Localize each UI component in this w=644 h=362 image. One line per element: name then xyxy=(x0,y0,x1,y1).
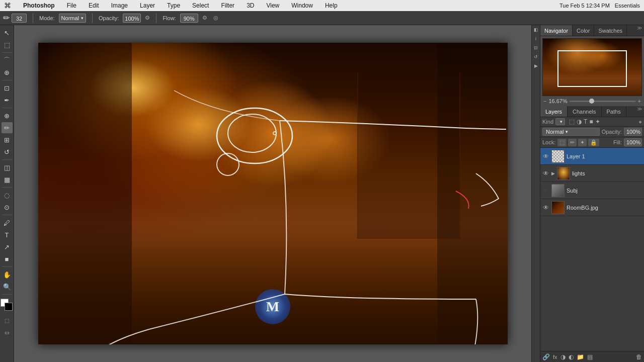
menu-photoshop[interactable]: Photoshop xyxy=(21,2,57,9)
layer-name-layer1[interactable]: Layer 1 xyxy=(567,153,642,159)
tool-pen[interactable]: 🖊 xyxy=(2,217,13,228)
color-swatch-area[interactable] xyxy=(1,299,14,312)
layer-eye-subj[interactable]: 👁 xyxy=(542,187,549,194)
strip-adjust-btn[interactable]: ◧ xyxy=(532,27,539,34)
filter-toggle[interactable]: ● xyxy=(638,119,642,125)
mode-dropdown[interactable]: Normal xyxy=(59,14,86,23)
tool-select-rect[interactable]: ⬚ xyxy=(2,39,13,50)
layer-row-layer1[interactable]: 👁 Layer 1 xyxy=(540,148,644,165)
add-mask-btn[interactable]: ◑ xyxy=(560,353,566,360)
tool-eyedropper[interactable]: ✒ xyxy=(2,95,13,106)
menu-3d[interactable]: 3D xyxy=(245,2,256,9)
lock-all-btn[interactable]: 🔒 xyxy=(588,139,599,146)
filter-type-dropdown[interactable] xyxy=(555,118,565,125)
tool-dodge[interactable]: ⊙ xyxy=(2,202,13,213)
menu-type[interactable]: Type xyxy=(165,2,182,9)
panel-collapse-btn[interactable]: ≫ xyxy=(635,25,644,36)
layer-name-lights[interactable]: lights xyxy=(572,170,642,176)
strip-layer-comp-btn[interactable]: ⊟ xyxy=(532,45,539,52)
apple-menu[interactable]: ⌘ xyxy=(4,2,11,10)
tool-shape[interactable]: ■ xyxy=(2,253,13,264)
tool-move[interactable]: ↖ xyxy=(2,27,13,38)
strip-info-btn[interactable]: i xyxy=(532,36,539,43)
tool-heal[interactable]: ⊕ xyxy=(2,110,13,121)
menu-view[interactable]: View xyxy=(264,2,281,9)
zoom-out-btn[interactable]: − xyxy=(543,98,546,104)
filter-adj-icon[interactable]: ◑ xyxy=(577,118,582,125)
lock-transparent-btn[interactable]: ⬚ xyxy=(557,139,567,146)
layer-mode-dropdown[interactable]: Normal xyxy=(542,128,600,136)
layer-eye-roombg[interactable]: 👁 xyxy=(542,204,549,211)
layer-row-roombg[interactable]: 👁 RoomBG.jpg xyxy=(540,199,644,216)
menu-help[interactable]: Help xyxy=(323,2,340,9)
menu-image[interactable]: Image xyxy=(109,2,130,9)
add-adjustment-btn[interactable]: ◐ xyxy=(569,353,574,360)
airbrush-icon[interactable]: ◎ xyxy=(213,15,218,21)
lock-position-btn[interactable]: ✦ xyxy=(578,139,587,146)
tab-paths[interactable]: Paths xyxy=(602,106,626,117)
filter-type-icon[interactable]: T xyxy=(584,118,587,125)
filter-sm-icon[interactable]: ✦ xyxy=(595,118,600,125)
layer-eye-lights[interactable]: 👁 xyxy=(542,170,549,177)
tool-quick-mask[interactable]: ⬚ xyxy=(2,315,13,326)
canvas-area[interactable]: M xyxy=(14,25,531,362)
bookshelf xyxy=(357,73,460,239)
layer-row-subj[interactable]: 👁 Subj xyxy=(540,182,644,199)
lock-image-btn[interactable]: ✏ xyxy=(568,139,577,146)
tool-lasso[interactable]: ⌒ xyxy=(2,55,13,66)
tool-zoom[interactable]: 🔍 xyxy=(2,281,13,292)
menu-layer[interactable]: Layer xyxy=(138,2,157,9)
tool-path-select[interactable]: ↗ xyxy=(2,241,13,252)
tool-clone[interactable]: ⊞ xyxy=(2,134,13,145)
layer-row-lights[interactable]: 👁 ▶ lights xyxy=(540,165,644,182)
menu-window[interactable]: Window xyxy=(289,2,315,9)
menu-edit[interactable]: Edit xyxy=(87,2,101,9)
tool-brush[interactable]: ✏ xyxy=(2,122,13,133)
tool-gradient[interactable]: ▦ xyxy=(2,174,13,185)
options-bar: ✏ 32 Mode: Normal Opacity: 100% ⚙ Flow: … xyxy=(0,11,644,25)
layer-eye-layer1[interactable]: 👁 xyxy=(542,153,549,160)
tab-navigator[interactable]: Navigator xyxy=(540,25,573,36)
tool-hand[interactable]: ✋ xyxy=(2,269,13,280)
opacity-value[interactable]: 100% xyxy=(624,128,642,136)
fill-value[interactable]: 100% xyxy=(624,138,642,146)
strip-history-btn[interactable]: ↺ xyxy=(532,54,539,61)
menu-filter[interactable]: Filter xyxy=(219,2,236,9)
tool-history-brush[interactable]: ↺ xyxy=(2,146,13,157)
tab-channels[interactable]: Channels xyxy=(568,106,601,117)
folder-arrow-lights[interactable]: ▶ xyxy=(551,171,555,176)
delete-layer-btn[interactable]: 🗑 xyxy=(636,353,642,360)
zoom-slider-track[interactable] xyxy=(570,101,636,102)
filter-shape-icon[interactable]: ■ xyxy=(589,118,593,125)
opacity-settings-icon[interactable]: ⚙ xyxy=(145,15,150,21)
menu-file[interactable]: File xyxy=(65,2,78,9)
tool-blur[interactable]: ◌ xyxy=(2,190,13,201)
link-layers-btn[interactable]: 🔗 xyxy=(542,353,550,360)
filter-pixel-icon[interactable]: ⬚ xyxy=(569,118,575,125)
workspace-selector[interactable]: Essentials xyxy=(615,3,640,9)
flow-settings-icon[interactable]: ⚙ xyxy=(202,15,207,21)
zoom-slider-thumb[interactable] xyxy=(589,99,594,104)
brush-size-input[interactable]: 32 xyxy=(12,14,27,23)
opacity-input[interactable]: 100% xyxy=(123,14,141,23)
tab-swatches[interactable]: Swatches xyxy=(594,25,627,36)
menu-select[interactable]: Select xyxy=(190,2,211,9)
tool-quick-select[interactable]: ⊕ xyxy=(2,67,13,78)
tool-text[interactable]: T xyxy=(2,229,13,240)
tool-crop[interactable]: ⊡ xyxy=(2,82,13,94)
new-group-btn[interactable]: 📁 xyxy=(577,353,584,360)
layer-name-subj[interactable]: Subj xyxy=(567,188,642,194)
flow-input[interactable]: 90% xyxy=(180,14,198,23)
tool-screen-mode[interactable]: ▭ xyxy=(2,327,13,338)
layer-name-roombg[interactable]: RoomBG.jpg xyxy=(567,205,642,211)
layer-fx-btn[interactable]: fx xyxy=(553,354,557,360)
zoom-in-btn[interactable]: + xyxy=(638,98,641,104)
layers-collapse-btn[interactable]: ≫ xyxy=(635,106,644,117)
tab-layers[interactable]: Layers xyxy=(540,106,568,117)
tool-eraser[interactable]: ◫ xyxy=(2,162,13,173)
opacity-label: Opacity: xyxy=(99,15,119,21)
strip-actions-btn[interactable]: ▶ xyxy=(532,63,539,70)
background-swatch[interactable] xyxy=(5,303,13,311)
new-layer-btn[interactable]: ▤ xyxy=(587,353,593,360)
tab-color[interactable]: Color xyxy=(573,25,594,36)
